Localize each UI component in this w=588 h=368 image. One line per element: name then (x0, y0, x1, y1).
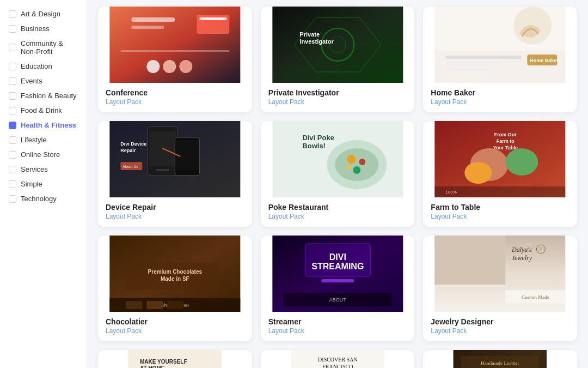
sidebar-item-label: Art & Design (21, 10, 60, 18)
sidebar: Art & DesignBusinessCommunity & Non-Prof… (0, 0, 87, 368)
sidebar-item-events[interactable]: Events (0, 74, 87, 88)
main-content: ConferenceLayout Pack Private Investigat… (87, 0, 588, 368)
card-handmade-leather[interactable]: Handmade Leather Goods Shop Now (423, 350, 577, 368)
sidebar-item-label: Food & Drink (21, 106, 62, 114)
card-image-device-repair: Divi Device Repair About Us (98, 121, 252, 197)
card-device-repair[interactable]: Divi Device Repair About Us Device Repai… (98, 121, 252, 227)
sidebar-item-health-fitness[interactable]: Health & Fitness (0, 118, 87, 132)
sidebar-item-business[interactable]: Business (0, 21, 87, 36)
card-title-jewelry-designer: Jewelry Designer (431, 317, 569, 326)
svg-text:Farm to: Farm to (497, 138, 515, 144)
sidebar-item-label: Online Store (21, 150, 60, 159)
svg-point-51 (465, 162, 492, 184)
card-poke-restaurant[interactable]: Divi Poke Bowls! Poke RestaurantLayout P… (261, 121, 415, 227)
sidebar-checkbox (9, 44, 16, 51)
card-image-farm-to-table: From Our Farm to Your Table 100% (423, 121, 577, 197)
sidebar-item-fashion-beauty[interactable]: Fashion & Beauty (0, 88, 87, 103)
svg-point-50 (506, 148, 538, 176)
card-image-jewelry-designer: Dalya's Jewelry Custom Made (423, 236, 577, 312)
sidebar-checkbox (9, 122, 16, 129)
svg-text:Made in SF: Made in SF (161, 276, 189, 282)
sidebar-item-label: Education (21, 62, 52, 70)
sidebar-checkbox (9, 77, 16, 85)
card-discover-sf[interactable]: DISCOVER SAN FRANCISCO (261, 350, 415, 368)
svg-point-40 (335, 148, 378, 181)
card-image-handmade-leather: Handmade Leather Goods Shop Now (423, 350, 577, 368)
sidebar-item-services[interactable]: Services (0, 162, 87, 177)
svg-rect-22 (446, 69, 489, 71)
card-title-private-investigator: Private Investigator (268, 88, 407, 97)
card-subtitle-home-baker: Layout Pack (431, 98, 569, 106)
svg-rect-8 (199, 17, 226, 20)
card-chocolatier[interactable]: Premium Chocolates Made in SF Shop Onlin… (98, 236, 252, 341)
svg-text:Dalya's: Dalya's (511, 246, 532, 254)
svg-rect-28 (156, 169, 169, 171)
sidebar-item-lifestyle[interactable]: Lifestyle (0, 132, 87, 147)
card-image-home-baker: Home Baker (423, 7, 577, 83)
card-title-streamer: Streamer (268, 317, 407, 326)
svg-text:About Us: About Us (122, 165, 138, 168)
svg-text:100%: 100% (446, 190, 457, 195)
card-image-chocolatier: Premium Chocolates Made in SF Shop Onlin… (98, 236, 252, 312)
card-streamer[interactable]: DIVI STREAMING ABOUT StreamerLayout Pack (261, 236, 415, 341)
card-image-streamer: DIVI STREAMING ABOUT (261, 236, 415, 312)
card-subtitle-streamer: Layout Pack (268, 327, 407, 335)
card-title-device-repair: Device Repair (106, 203, 244, 212)
sidebar-item-art-design[interactable]: Art & Design (0, 7, 87, 21)
card-subtitle-private-investigator: Layout Pack (268, 98, 407, 106)
svg-rect-60 (126, 301, 142, 309)
svg-text:MAKE YOURSELF: MAKE YOURSELF (140, 359, 187, 365)
card-conference[interactable]: ConferenceLayout Pack (98, 7, 252, 112)
sidebar-checkbox (9, 136, 16, 144)
svg-point-3 (163, 60, 176, 73)
sidebar-checkbox (9, 10, 16, 18)
card-image-conference (98, 7, 252, 83)
card-make-yourself-at-home[interactable]: MAKE YOURSELF AT HOME TRANSFORM YOUR HOM… (98, 350, 252, 368)
sidebar-item-food-drink[interactable]: Food & Drink (0, 103, 87, 118)
sidebar-checkbox (9, 151, 16, 159)
sidebar-item-technology[interactable]: Technology (0, 191, 87, 206)
card-image-poke-restaurant: Divi Poke Bowls! (261, 121, 415, 197)
card-image-private-investigator: Private Investigator (261, 7, 415, 83)
svg-point-43 (353, 166, 360, 174)
sidebar-item-online-store[interactable]: Online Store (0, 147, 87, 162)
svg-text:Repair: Repair (120, 148, 136, 153)
card-title-chocolatier: Chocolatier (106, 317, 244, 326)
svg-text:DIVI: DIVI (329, 252, 346, 262)
svg-text:Jewelry: Jewelry (512, 254, 532, 262)
card-subtitle-farm-to-table: Layout Pack (431, 213, 569, 220)
svg-point-41 (347, 155, 356, 164)
card-private-investigator[interactable]: Private Investigator Private Investigato… (261, 7, 415, 112)
sidebar-item-label: Community & Non-Profit (21, 39, 78, 56)
card-subtitle-jewelry-designer: Layout Pack (431, 327, 569, 335)
svg-text:Bowls!: Bowls! (302, 142, 326, 150)
svg-text:Custom Made: Custom Made (522, 294, 549, 300)
card-farm-to-table[interactable]: From Our Farm to Your Table 100% Farm to… (423, 121, 577, 227)
svg-text:ABOUT: ABOUT (329, 297, 346, 303)
svg-point-2 (146, 60, 160, 73)
sidebar-checkbox (9, 92, 16, 100)
sidebar-item-community-non-profit[interactable]: Community & Non-Profit (0, 36, 87, 59)
svg-rect-1 (120, 50, 229, 52)
card-home-baker[interactable]: Home Baker Home BakerLayout Pack (423, 7, 577, 112)
svg-rect-21 (446, 62, 500, 65)
sidebar-item-education[interactable]: Education (0, 59, 87, 74)
sidebar-item-label: Fashion & Beauty (21, 92, 77, 100)
sidebar-item-label: Simple (21, 180, 42, 188)
sidebar-item-label: Health & Fitness (21, 121, 76, 129)
svg-rect-30 (176, 140, 198, 170)
svg-rect-71 (435, 236, 506, 285)
sidebar-item-label: Events (21, 77, 42, 85)
sidebar-checkbox (9, 166, 16, 173)
card-jewelry-designer[interactable]: Dalya's Jewelry Custom Made Jewelry Desi… (423, 236, 577, 341)
svg-text:Divi Device: Divi Device (120, 141, 146, 147)
svg-text:AT HOME: AT HOME (140, 365, 165, 368)
sidebar-item-simple[interactable]: Simple (0, 177, 87, 191)
sidebar-checkbox (9, 107, 16, 114)
svg-text:DISCOVER SAN: DISCOVER SAN (318, 357, 358, 363)
svg-point-44 (346, 165, 351, 170)
svg-rect-5 (131, 17, 175, 22)
svg-text:Handmade Leather: Handmade Leather (481, 360, 519, 366)
card-subtitle-device-repair: Layout Pack (106, 213, 244, 220)
card-title-home-baker: Home Baker (431, 88, 569, 97)
